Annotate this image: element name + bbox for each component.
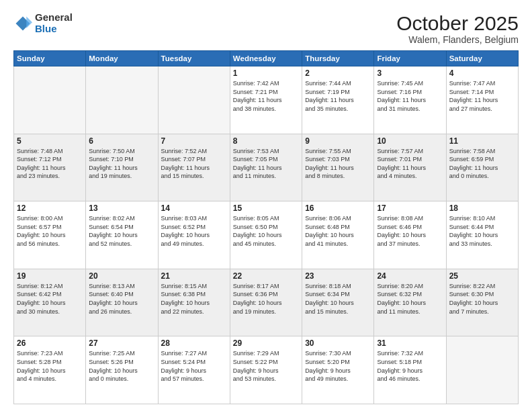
day-number: 24 bbox=[377, 271, 443, 281]
table-row: 24Sunrise: 8:20 AM Sunset: 6:32 PM Dayli… bbox=[374, 269, 446, 336]
day-number: 16 bbox=[305, 203, 371, 213]
day-number: 27 bbox=[89, 338, 154, 348]
day-number: 11 bbox=[449, 136, 515, 146]
calendar-row: 26Sunrise: 7:23 AM Sunset: 5:28 PM Dayli… bbox=[14, 336, 519, 404]
calendar-table: Sunday Monday Tuesday Wednesday Thursday… bbox=[13, 50, 519, 404]
table-row: 30Sunrise: 7:30 AM Sunset: 5:20 PM Dayli… bbox=[302, 336, 374, 404]
day-number: 1 bbox=[233, 68, 299, 78]
table-row: 15Sunrise: 8:05 AM Sunset: 6:50 PM Dayli… bbox=[230, 201, 302, 269]
table-row bbox=[14, 66, 86, 134]
table-row: 23Sunrise: 8:18 AM Sunset: 6:34 PM Dayli… bbox=[302, 269, 374, 336]
day-info: Sunrise: 7:30 AM Sunset: 5:20 PM Dayligh… bbox=[305, 349, 371, 383]
title-block: October 2025 Walem, Flanders, Belgium bbox=[396, 12, 519, 45]
table-row bbox=[86, 66, 158, 134]
day-number: 4 bbox=[449, 68, 515, 78]
month-title: October 2025 bbox=[396, 12, 519, 34]
table-row: 1Sunrise: 7:42 AM Sunset: 7:21 PM Daylig… bbox=[230, 66, 302, 134]
table-row: 29Sunrise: 7:29 AM Sunset: 5:22 PM Dayli… bbox=[230, 336, 302, 404]
table-row: 21Sunrise: 8:15 AM Sunset: 6:38 PM Dayli… bbox=[158, 269, 230, 336]
day-info: Sunrise: 8:03 AM Sunset: 6:52 PM Dayligh… bbox=[161, 214, 227, 248]
day-info: Sunrise: 7:47 AM Sunset: 7:14 PM Dayligh… bbox=[449, 79, 515, 113]
day-info: Sunrise: 7:58 AM Sunset: 6:59 PM Dayligh… bbox=[449, 147, 515, 181]
day-info: Sunrise: 7:45 AM Sunset: 7:16 PM Dayligh… bbox=[377, 79, 443, 113]
table-row: 20Sunrise: 8:13 AM Sunset: 6:40 PM Dayli… bbox=[86, 269, 158, 336]
day-number: 14 bbox=[161, 203, 227, 213]
table-row: 31Sunrise: 7:32 AM Sunset: 5:18 PM Dayli… bbox=[374, 336, 446, 404]
header-saturday: Saturday bbox=[446, 51, 518, 66]
day-number: 5 bbox=[17, 136, 83, 146]
day-info: Sunrise: 8:08 AM Sunset: 6:46 PM Dayligh… bbox=[377, 214, 443, 248]
day-number: 22 bbox=[233, 271, 299, 281]
table-row: 12Sunrise: 8:00 AM Sunset: 6:57 PM Dayli… bbox=[14, 201, 86, 269]
table-row: 2Sunrise: 7:44 AM Sunset: 7:19 PM Daylig… bbox=[302, 66, 374, 134]
table-row: 19Sunrise: 8:12 AM Sunset: 6:42 PM Dayli… bbox=[14, 269, 86, 336]
logo-text: General Blue bbox=[35, 12, 73, 34]
table-row: 10Sunrise: 7:57 AM Sunset: 7:01 PM Dayli… bbox=[374, 134, 446, 201]
day-info: Sunrise: 7:25 AM Sunset: 5:26 PM Dayligh… bbox=[89, 349, 154, 383]
table-row: 26Sunrise: 7:23 AM Sunset: 5:28 PM Dayli… bbox=[14, 336, 86, 404]
day-number: 18 bbox=[449, 203, 515, 213]
page: General Blue October 2025 Walem, Flander… bbox=[0, 0, 532, 411]
calendar-row: 1Sunrise: 7:42 AM Sunset: 7:21 PM Daylig… bbox=[14, 66, 519, 134]
day-info: Sunrise: 8:22 AM Sunset: 6:30 PM Dayligh… bbox=[449, 282, 515, 316]
day-number: 30 bbox=[305, 338, 371, 348]
day-info: Sunrise: 8:02 AM Sunset: 6:54 PM Dayligh… bbox=[89, 214, 154, 248]
header-tuesday: Tuesday bbox=[158, 51, 230, 66]
day-info: Sunrise: 7:29 AM Sunset: 5:22 PM Dayligh… bbox=[233, 349, 299, 383]
table-row: 8Sunrise: 7:53 AM Sunset: 7:05 PM Daylig… bbox=[230, 134, 302, 201]
day-info: Sunrise: 8:17 AM Sunset: 6:36 PM Dayligh… bbox=[233, 282, 299, 316]
table-row: 9Sunrise: 7:55 AM Sunset: 7:03 PM Daylig… bbox=[302, 134, 374, 201]
day-info: Sunrise: 8:18 AM Sunset: 6:34 PM Dayligh… bbox=[305, 282, 371, 316]
day-info: Sunrise: 7:27 AM Sunset: 5:24 PM Dayligh… bbox=[161, 349, 227, 383]
table-row: 5Sunrise: 7:48 AM Sunset: 7:12 PM Daylig… bbox=[14, 134, 86, 201]
logo: General Blue bbox=[13, 12, 73, 34]
day-number: 13 bbox=[89, 203, 154, 213]
table-row bbox=[158, 66, 230, 134]
day-info: Sunrise: 8:13 AM Sunset: 6:40 PM Dayligh… bbox=[89, 282, 154, 316]
table-row: 22Sunrise: 8:17 AM Sunset: 6:36 PM Dayli… bbox=[230, 269, 302, 336]
day-number: 15 bbox=[233, 203, 299, 213]
day-info: Sunrise: 8:06 AM Sunset: 6:48 PM Dayligh… bbox=[305, 214, 371, 248]
day-number: 23 bbox=[305, 271, 371, 281]
day-number: 10 bbox=[377, 136, 443, 146]
table-row: 4Sunrise: 7:47 AM Sunset: 7:14 PM Daylig… bbox=[446, 66, 518, 134]
day-number: 17 bbox=[377, 203, 443, 213]
day-number: 20 bbox=[89, 271, 154, 281]
logo-blue-text: Blue bbox=[35, 24, 73, 35]
day-number: 29 bbox=[233, 338, 299, 348]
day-info: Sunrise: 8:20 AM Sunset: 6:32 PM Dayligh… bbox=[377, 282, 443, 316]
header-wednesday: Wednesday bbox=[230, 51, 302, 66]
table-row: 7Sunrise: 7:52 AM Sunset: 7:07 PM Daylig… bbox=[158, 134, 230, 201]
day-info: Sunrise: 8:12 AM Sunset: 6:42 PM Dayligh… bbox=[17, 282, 83, 316]
day-number: 26 bbox=[17, 338, 83, 348]
calendar-row: 12Sunrise: 8:00 AM Sunset: 6:57 PM Dayli… bbox=[14, 201, 519, 269]
day-number: 6 bbox=[89, 136, 154, 146]
calendar-row: 19Sunrise: 8:12 AM Sunset: 6:42 PM Dayli… bbox=[14, 269, 519, 336]
logo-general-text: General bbox=[35, 12, 73, 24]
logo-icon bbox=[13, 14, 32, 33]
day-info: Sunrise: 7:55 AM Sunset: 7:03 PM Dayligh… bbox=[305, 147, 371, 181]
day-number: 9 bbox=[305, 136, 371, 146]
day-number: 2 bbox=[305, 68, 371, 78]
day-info: Sunrise: 7:44 AM Sunset: 7:19 PM Dayligh… bbox=[305, 79, 371, 113]
table-row: 18Sunrise: 8:10 AM Sunset: 6:44 PM Dayli… bbox=[446, 201, 518, 269]
table-row: 28Sunrise: 7:27 AM Sunset: 5:24 PM Dayli… bbox=[158, 336, 230, 404]
header-thursday: Thursday bbox=[302, 51, 374, 66]
day-info: Sunrise: 8:05 AM Sunset: 6:50 PM Dayligh… bbox=[233, 214, 299, 248]
day-number: 3 bbox=[377, 68, 443, 78]
day-info: Sunrise: 7:53 AM Sunset: 7:05 PM Dayligh… bbox=[233, 147, 299, 181]
day-info: Sunrise: 8:00 AM Sunset: 6:57 PM Dayligh… bbox=[17, 214, 83, 248]
day-info: Sunrise: 7:52 AM Sunset: 7:07 PM Dayligh… bbox=[161, 147, 227, 181]
day-info: Sunrise: 7:23 AM Sunset: 5:28 PM Dayligh… bbox=[17, 349, 83, 383]
day-number: 21 bbox=[161, 271, 227, 281]
table-row: 27Sunrise: 7:25 AM Sunset: 5:26 PM Dayli… bbox=[86, 336, 158, 404]
weekday-header-row: Sunday Monday Tuesday Wednesday Thursday… bbox=[14, 51, 519, 66]
header-monday: Monday bbox=[86, 51, 158, 66]
table-row: 13Sunrise: 8:02 AM Sunset: 6:54 PM Dayli… bbox=[86, 201, 158, 269]
day-number: 8 bbox=[233, 136, 299, 146]
day-info: Sunrise: 7:32 AM Sunset: 5:18 PM Dayligh… bbox=[377, 349, 443, 383]
calendar-row: 5Sunrise: 7:48 AM Sunset: 7:12 PM Daylig… bbox=[14, 134, 519, 201]
day-number: 31 bbox=[377, 338, 443, 348]
day-number: 7 bbox=[161, 136, 227, 146]
table-row: 16Sunrise: 8:06 AM Sunset: 6:48 PM Dayli… bbox=[302, 201, 374, 269]
